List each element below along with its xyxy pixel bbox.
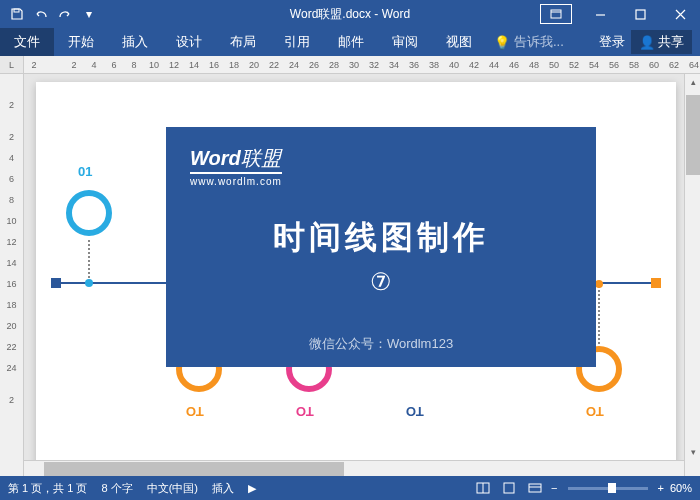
page: 01 ТО ТО ТО ТО Word联盟 www.wordlm.com 时间线… — [36, 82, 676, 476]
tab-layout[interactable]: 布局 — [216, 28, 270, 56]
person-icon: 👤 — [639, 35, 655, 50]
zoom-in-button[interactable]: + — [658, 482, 664, 494]
status-bar: 第 1 页，共 1 页 8 个字 中文(中国) 插入 ▶ − + 60% — [0, 476, 700, 500]
horizontal-scrollbar[interactable] — [24, 460, 684, 476]
print-layout-button[interactable] — [499, 480, 519, 496]
tab-view[interactable]: 视图 — [432, 28, 486, 56]
tab-insert[interactable]: 插入 — [108, 28, 162, 56]
status-word-count[interactable]: 8 个字 — [101, 481, 132, 496]
minimize-button[interactable] — [580, 0, 620, 28]
zoom-slider-thumb[interactable] — [608, 483, 616, 493]
status-insert-mode[interactable]: 插入 — [212, 481, 234, 496]
macro-record-icon[interactable]: ▶ — [248, 482, 256, 495]
ribbon-display-options-button[interactable] — [540, 4, 572, 24]
tab-review[interactable]: 审阅 — [378, 28, 432, 56]
timeline-dot-1 — [85, 279, 93, 287]
horizontal-ruler[interactable]: L 22468101214161820222426283032343638404… — [0, 56, 700, 74]
timeline-label-2: ТО — [186, 404, 204, 419]
svg-rect-7 — [504, 483, 514, 493]
qat-customize-icon[interactable]: ▾ — [78, 3, 100, 25]
scroll-thumb-v[interactable] — [686, 95, 700, 175]
scroll-thumb-h[interactable] — [44, 462, 344, 476]
overlay-wechat: 微信公众号：Wordlm123 — [166, 335, 596, 353]
ribbon-tabs: 文件 开始 插入 设计 布局 引用 邮件 审阅 视图 💡告诉我... 登录 👤共… — [0, 28, 700, 56]
close-button[interactable] — [660, 0, 700, 28]
svg-rect-4 — [636, 10, 645, 19]
login-button[interactable]: 登录 — [599, 33, 625, 51]
tab-references[interactable]: 引用 — [270, 28, 324, 56]
tell-me-search[interactable]: 💡告诉我... — [494, 33, 564, 51]
timeline-circle-1[interactable] — [66, 190, 112, 236]
scroll-up-icon[interactable]: ▴ — [685, 74, 700, 90]
tab-design[interactable]: 设计 — [162, 28, 216, 56]
zoom-slider[interactable] — [568, 487, 648, 490]
document-canvas[interactable]: 01 ТО ТО ТО ТО Word联盟 www.wordlm.com 时间线… — [24, 74, 700, 476]
timeline-label-3: ТО — [296, 404, 314, 419]
undo-button[interactable] — [30, 3, 52, 25]
share-button[interactable]: 👤共享 — [631, 30, 692, 54]
overlay-number: ⑦ — [190, 268, 572, 296]
web-layout-button[interactable] — [525, 480, 545, 496]
ruler-corner: L — [0, 56, 24, 74]
timeline-label-1: 01 — [78, 164, 92, 179]
overlay-card[interactable]: Word联盟 www.wordlm.com 时间线图制作 ⑦ 微信公众号：Wor… — [166, 127, 596, 367]
overlay-title: 时间线图制作 — [190, 216, 572, 260]
tab-home[interactable]: 开始 — [54, 28, 108, 56]
selection-handle-right[interactable] — [651, 278, 661, 288]
zoom-out-button[interactable]: − — [551, 482, 557, 494]
overlay-logo: Word联盟 — [190, 145, 572, 172]
title-bar: ▾ Word联盟.docx - Word — [0, 0, 700, 28]
quick-access-toolbar: ▾ — [0, 3, 100, 25]
redo-button[interactable] — [54, 3, 76, 25]
selection-handle-left[interactable] — [51, 278, 61, 288]
status-page[interactable]: 第 1 页，共 1 页 — [8, 481, 87, 496]
read-mode-button[interactable] — [473, 480, 493, 496]
lightbulb-icon: 💡 — [494, 35, 510, 50]
document-title: Word联盟.docx - Word — [290, 6, 410, 23]
vertical-ruler[interactable]: 2246810121416182022242 — [0, 74, 24, 476]
timeline-label-4: ТО — [406, 404, 424, 419]
timeline-label-5: ТО — [586, 404, 604, 419]
timeline-dot-5 — [595, 280, 603, 288]
svg-rect-0 — [14, 9, 19, 12]
svg-rect-1 — [551, 10, 561, 18]
zoom-level[interactable]: 60% — [670, 482, 692, 494]
connector-1 — [88, 240, 90, 282]
maximize-button[interactable] — [620, 0, 660, 28]
save-button[interactable] — [6, 3, 28, 25]
tab-mailings[interactable]: 邮件 — [324, 28, 378, 56]
svg-rect-8 — [529, 484, 541, 492]
workspace: 2246810121416182022242 01 ТО ТО ТО ТО — [0, 74, 700, 476]
tab-file[interactable]: 文件 — [0, 28, 54, 56]
overlay-url: www.wordlm.com — [190, 172, 282, 187]
connector-5 — [598, 286, 600, 344]
vertical-scrollbar[interactable]: ▴ ▾ — [684, 74, 700, 476]
status-language[interactable]: 中文(中国) — [147, 481, 198, 496]
scroll-down-icon[interactable]: ▾ — [685, 444, 700, 460]
